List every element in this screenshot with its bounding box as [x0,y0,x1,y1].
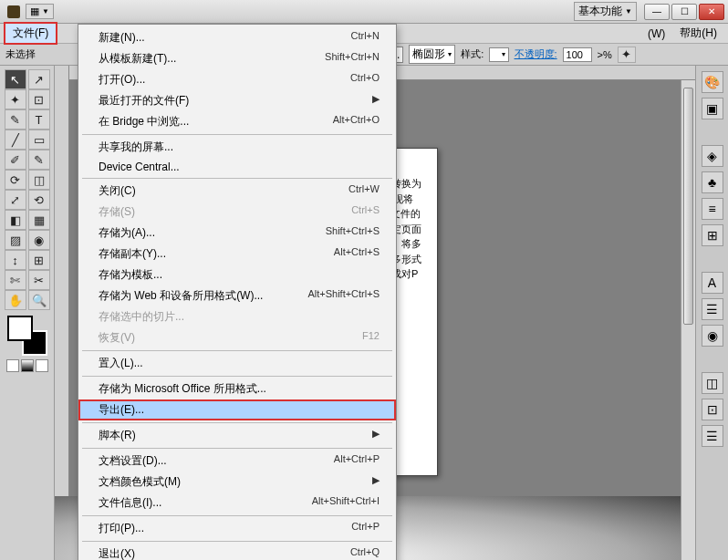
menu-item[interactable]: 置入(L)... [78,353,396,374]
zoom-tool[interactable]: 🔍 [28,290,50,310]
artboards-panel-icon[interactable]: ⊡ [702,399,723,420]
file-menu-dropdown: 新建(N)...Ctrl+N从模板新建(T)...Shift+Ctrl+N打开(… [78,24,397,560]
menu-item[interactable]: 打印(P)...Ctrl+P [78,518,396,539]
menu-item: 存储选中的切片... [78,306,396,327]
menu-item-label: 存储选中的切片... [99,309,184,325]
menu-item[interactable]: 存储为 Web 和设备所用格式(W)...Alt+Shift+Ctrl+S [78,285,396,306]
menu-item[interactable]: 在 Bridge 中浏览...Alt+Ctrl+O [78,111,396,132]
chevron-down-icon: ▾ [448,50,452,58]
menu-item[interactable]: 共享我的屏幕... [78,137,396,158]
knife-tool[interactable]: ✂ [28,270,50,290]
minimize-button[interactable]: — [644,4,670,20]
swatches-panel-icon[interactable]: ◈ [702,145,723,167]
color-swatches[interactable] [7,316,47,356]
type-tool[interactable]: T [28,109,50,130]
menu-item: 存储(S)Ctrl+S [78,202,396,223]
free-transform-tool[interactable]: ⟲ [28,190,50,210]
gradient-tool[interactable]: ◉ [28,230,50,250]
eyedropper-tool[interactable]: ↕ [5,250,26,270]
menu-item-shortcut: Alt+Shift+Ctrl+I [312,495,380,511]
style-combo[interactable]: ▾ [489,47,508,62]
menu-item[interactable]: 文档设置(D)...Alt+Ctrl+P [78,451,396,472]
mesh-tool[interactable]: ▨ [5,230,26,250]
menu-separator [82,376,392,377]
character-panel-icon[interactable]: A [702,272,723,294]
menu-item-label: 存储为(A)... [99,225,155,241]
maximize-button[interactable]: ☐ [671,4,697,20]
scrollbar-thumb[interactable] [683,88,693,325]
links-panel-icon[interactable]: ☰ [702,425,723,447]
symbols-panel-icon[interactable]: ♣ [702,171,723,193]
menu-item-shortcut: Alt+Ctrl+S [334,246,380,262]
menu-item[interactable]: 脚本(R)▶ [78,425,396,446]
menu-item-shortcut: Alt+Ctrl+P [334,453,380,469]
direct-selection-tool[interactable]: ↗ [28,69,50,89]
menu-item-label: Device Central... [99,161,180,173]
menu-item[interactable]: 打开(O)...Ctrl+O [78,69,396,90]
menu-item[interactable]: 最近打开的文件(F)▶ [78,90,396,111]
rotate-tool[interactable]: ⟳ [5,170,26,190]
menu-item[interactable]: 关闭(C)Ctrl+W [78,181,396,202]
width-tool[interactable]: ◧ [5,210,26,230]
paintbrush-tool[interactable]: ✐ [5,150,26,170]
menu-item[interactable]: 文档颜色模式(M)▶ [78,472,396,493]
app-icon [7,5,20,18]
menu-item[interactable]: 存储副本(Y)...Alt+Ctrl+S [78,244,396,264]
close-button[interactable]: ✕ [699,4,724,20]
layers-panel-icon[interactable]: ◫ [702,372,723,394]
menu-separator [82,178,392,179]
menu-item-shortcut: ▶ [372,474,380,490]
color-panel-icon[interactable]: 🎨 [702,71,723,93]
menu-item[interactable]: 导出(E)... [78,399,396,420]
shape-builder-tool[interactable]: ▦ [28,210,50,230]
profile-combo[interactable]: 椭圆形 ▾ [409,45,455,64]
menu-item[interactable]: 文件信息(I)...Alt+Shift+Ctrl+I [78,493,396,513]
menu-item[interactable]: 存储为(A)...Shift+Ctrl+S [78,223,396,244]
menu-item[interactable]: 从模板新建(T)...Shift+Ctrl+N [78,48,396,69]
pen-tool[interactable]: ✎ [5,109,26,130]
menu-separator [82,541,392,542]
magic-wand-tool[interactable]: ✦ [5,89,26,109]
chevron-down-icon: ▾ [502,50,505,58]
gradient-mode[interactable] [21,359,34,372]
appearance-panel-icon[interactable]: ◉ [702,325,723,347]
menu-window[interactable]: (W) [640,26,672,42]
right-panel-dock: 🎨 ▣ ◈ ♣ ≡ ⊞ A ☰ ◉ ◫ ⊡ ☰ [695,66,728,560]
pencil-tool[interactable]: ✎ [28,150,50,170]
fill-swatch[interactable] [7,316,33,341]
reflect-tool[interactable]: ◫ [28,170,50,190]
menu-file[interactable]: 文件(F) [4,22,57,45]
menu-item-label: 从模板新建(T)... [99,51,176,67]
workspace-switcher[interactable]: 基本功能 ▼ [574,2,637,21]
opacity-more-icon[interactable]: ✦ [618,47,636,63]
opacity-input[interactable]: 100 [563,47,592,62]
brushes-panel-icon[interactable]: ≡ [702,198,723,220]
menu-item-label: 文件信息(I)... [99,495,161,511]
selection-tool[interactable]: ↖ [5,69,26,89]
lasso-tool[interactable]: ⊡ [28,89,50,109]
opacity-label[interactable]: 不透明度: [515,47,557,61]
menu-help[interactable]: 帮助(H) [672,24,724,43]
menu-item[interactable]: 存储为 Microsoft Office 所用格式... [78,379,396,399]
menu-item[interactable]: 存储为模板... [78,264,396,285]
window-controls: — ☐ ✕ [644,4,724,20]
color-mode[interactable] [6,359,19,372]
color-guide-panel-icon[interactable]: ▣ [702,98,723,119]
titlebar: ▦ ▼ 基本功能 ▼ — ☐ ✕ [0,0,728,24]
rectangle-tool[interactable]: ▭ [28,130,50,150]
scrollbar-vertical[interactable] [681,80,695,560]
menu-item-shortcut: ▶ [372,428,380,443]
menu-item-label: 关闭(C) [99,183,136,199]
doc-layout-dropdown[interactable]: ▦ ▼ [26,4,54,19]
blend-tool[interactable]: ⊞ [28,250,50,270]
scissors-tool[interactable]: ✄ [5,270,26,290]
none-mode[interactable] [36,359,48,372]
menu-item[interactable]: Device Central... [78,158,396,176]
line-tool[interactable]: ╱ [5,130,26,150]
scale-tool[interactable]: ⤢ [5,190,26,210]
hand-tool[interactable]: ✋ [5,290,26,310]
stroke-panel-icon[interactable]: ⊞ [702,224,723,246]
menu-item[interactable]: 新建(N)...Ctrl+N [78,27,396,48]
menu-item[interactable]: 退出(X)Ctrl+Q [78,544,396,560]
paragraph-panel-icon[interactable]: ☰ [702,298,723,320]
